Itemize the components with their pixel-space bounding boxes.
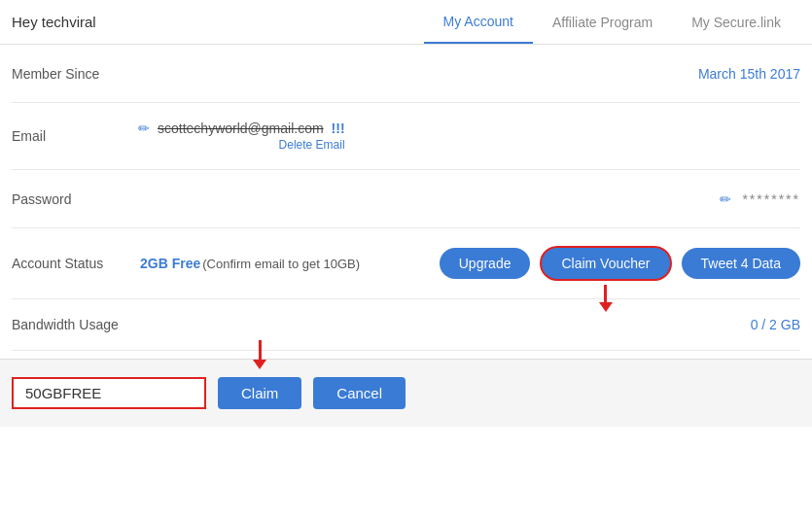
arrow-line [604, 285, 607, 302]
email-edit-icon[interactable]: ✏ [138, 121, 150, 136]
status-confirm-text: (Confirm email to get 10GB) [202, 257, 360, 271]
nav-item-my-secure-link[interactable]: My Secure.link [672, 0, 800, 44]
email-section: ✏ scottechyworld@gmail.com !!! Delete Em… [138, 121, 345, 152]
bandwidth-value: 0 / 2 GB [751, 317, 800, 332]
email-label: Email [12, 128, 138, 144]
claim-voucher-arrow [599, 285, 613, 312]
cancel-button[interactable]: Cancel [313, 377, 406, 409]
status-free-text: 2GB Free [140, 256, 200, 271]
claim-arrow-head [253, 360, 266, 369]
email-value: scottechyworld@gmail.com [158, 121, 324, 136]
password-section: ✏ ******** [720, 191, 800, 207]
password-label: Password [12, 191, 138, 207]
main-content: Member Since March 15th 2017 Email ✏ sco… [0, 45, 812, 351]
upgrade-button[interactable]: Upgrade [440, 248, 531, 279]
tweet4data-button[interactable]: Tweet 4 Data [682, 248, 801, 279]
account-status-label: Account Status [12, 256, 128, 271]
voucher-input[interactable] [25, 385, 181, 401]
member-since-value: March 15th 2017 [698, 66, 800, 82]
account-status-row: Account Status 2GB Free (Confirm email t… [12, 228, 800, 299]
password-dots: ******** [742, 191, 800, 207]
header: Hey techviral My Account Affiliate Progr… [0, 0, 812, 45]
arrow-head [599, 302, 613, 312]
email-row: Email ✏ scottechyworld@gmail.com !!! Del… [12, 103, 800, 170]
nav-item-affiliate-program[interactable]: Affiliate Program [533, 0, 672, 44]
bandwidth-label: Bandwidth Usage [12, 317, 119, 332]
delete-email-link[interactable]: Delete Email [279, 138, 345, 152]
action-buttons: Upgrade Claim Voucher Tweet 4 Data [440, 246, 800, 281]
member-since-row: Member Since March 15th 2017 [12, 45, 800, 103]
voucher-input-wrap [12, 377, 206, 409]
member-since-label: Member Since [12, 66, 138, 82]
email-line: ✏ scottechyworld@gmail.com !!! [138, 121, 345, 136]
bandwidth-row: Bandwidth Usage 0 / 2 GB [12, 299, 800, 351]
claim-button[interactable]: Claim [218, 377, 301, 409]
brand: Hey techviral [12, 14, 424, 30]
claim-voucher-button[interactable]: Claim Voucher [540, 246, 671, 281]
main-nav: My Account Affiliate Program My Secure.l… [424, 0, 800, 44]
claim-arrow-line [259, 340, 262, 360]
email-warning: !!! [332, 121, 345, 136]
password-row: Password ✏ ******** [12, 170, 800, 228]
claim-voucher-wrap: Claim Voucher [540, 246, 671, 281]
claim-arrow [253, 340, 266, 369]
password-edit-icon[interactable]: ✏ [720, 191, 731, 207]
status-info: 2GB Free (Confirm email to get 10GB) [140, 256, 428, 271]
claim-button-wrap: Claim [218, 377, 301, 409]
nav-item-my-account[interactable]: My Account [424, 0, 533, 44]
voucher-area: Claim Cancel [0, 359, 812, 427]
